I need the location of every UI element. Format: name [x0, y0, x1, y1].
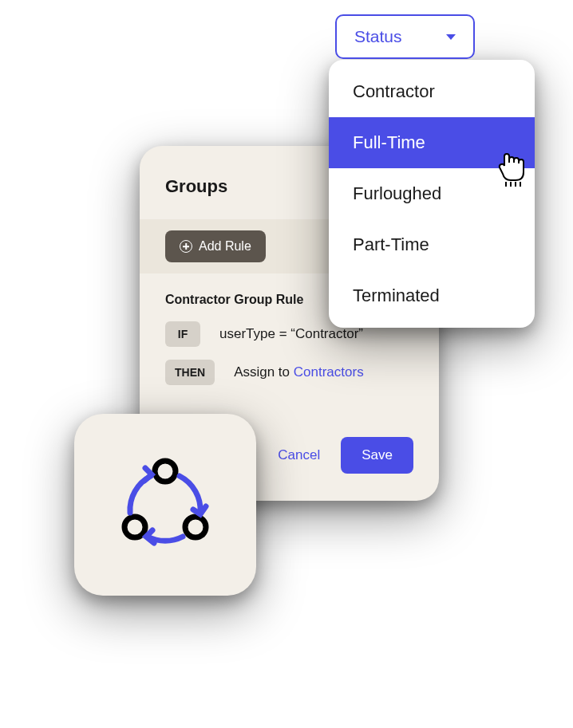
- status-dropdown-menu: Contractor Full-Time Furloughed Part-Tim…: [329, 60, 535, 328]
- status-option-contractor[interactable]: Contractor: [329, 66, 535, 117]
- add-rule-label: Add Rule: [199, 239, 251, 254]
- contractors-link[interactable]: Contractors: [294, 364, 364, 380]
- cancel-button[interactable]: Cancel: [268, 439, 330, 471]
- plus-icon: [180, 240, 192, 253]
- pointer-cursor-icon: [495, 150, 528, 190]
- svg-point-6: [124, 517, 145, 537]
- if-condition-text: userType = “Contractor”: [219, 326, 363, 342]
- if-badge: IF: [165, 321, 200, 347]
- rule-then-row: THEN Assign to Contractors: [165, 360, 413, 385]
- add-rule-button[interactable]: Add Rule: [165, 230, 266, 262]
- save-button[interactable]: Save: [341, 437, 413, 474]
- status-dropdown-trigger[interactable]: Status: [335, 14, 475, 59]
- cycle-icon: [101, 441, 229, 569]
- svg-point-4: [155, 461, 176, 482]
- status-label: Status: [354, 27, 402, 46]
- svg-point-5: [185, 517, 206, 537]
- caret-down-icon: [446, 34, 456, 40]
- cycle-icon-card: [74, 414, 256, 596]
- status-option-part-time[interactable]: Part-Time: [329, 219, 535, 270]
- status-option-terminated[interactable]: Terminated: [329, 270, 535, 321]
- then-badge: THEN: [165, 360, 215, 385]
- then-action-text: Assign to Contractors: [234, 364, 364, 380]
- then-prefix: Assign to: [234, 364, 294, 380]
- panel-actions: Cancel Save: [268, 437, 413, 474]
